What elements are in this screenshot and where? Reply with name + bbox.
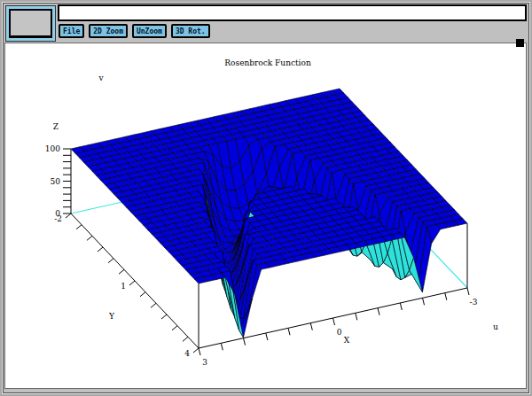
window-corner-box-inner bbox=[9, 9, 52, 38]
toolbar: File 2D Zoom UnZoom 3D Rot. bbox=[59, 24, 210, 38]
message-field[interactable] bbox=[58, 4, 527, 21]
rotate-3d-button[interactable]: 3D Rot. bbox=[171, 24, 210, 38]
file-button[interactable]: File bbox=[59, 24, 84, 38]
plot-canvas[interactable] bbox=[4, 43, 527, 389]
window-corner-box bbox=[5, 5, 56, 42]
corner-grip-icon bbox=[516, 39, 524, 47]
unzoom-button[interactable]: UnZoom bbox=[132, 24, 167, 38]
zoom-2d-button[interactable]: 2D Zoom bbox=[89, 24, 128, 38]
window-frame: File 2D Zoom UnZoom 3D Rot. 050100-21430… bbox=[0, 0, 532, 396]
